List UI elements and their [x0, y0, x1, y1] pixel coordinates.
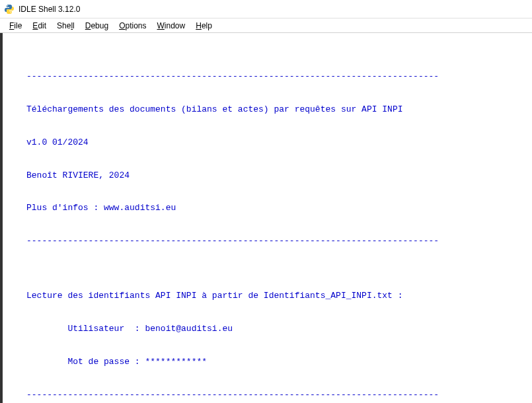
output-line: ----------------------------------------… — [26, 236, 524, 247]
left-gutter — [0, 33, 3, 403]
output-line: Mot de passe : ************ — [26, 357, 524, 368]
output-line: Lecture des identifiants API INPI à part… — [26, 291, 524, 302]
output-line: Plus d'infos : www.auditsi.eu — [26, 203, 524, 214]
titlebar: IDLE Shell 3.12.0 — [0, 0, 532, 18]
output-line: Benoît RIVIERE, 2024 — [26, 170, 524, 182]
menu-file[interactable]: File — [4, 20, 27, 32]
menu-debug[interactable]: Debug — [80, 20, 114, 32]
output-line: Téléchargements des documents (bilans et… — [26, 104, 524, 116]
menu-edit[interactable]: Edit — [27, 20, 52, 32]
output-line: ----------------------------------------… — [26, 71, 524, 83]
menubar: File Edit Shell Debug Options Window Hel… — [0, 18, 532, 33]
menu-window[interactable]: Window — [152, 20, 191, 32]
shell-output[interactable]: ----------------------------------------… — [0, 33, 532, 403]
menu-shell[interactable]: Shell — [52, 20, 80, 32]
svg-point-0 — [7, 5, 9, 7]
python-icon — [4, 4, 15, 15]
output-line: Utilisateur : benoit@auditsi.eu — [26, 324, 524, 335]
menu-options[interactable]: Options — [114, 20, 151, 32]
output-line: ----------------------------------------… — [26, 390, 524, 401]
window-title: IDLE Shell 3.12.0 — [19, 5, 80, 14]
svg-point-1 — [11, 12, 12, 13]
output-line: v1.0 01/2024 — [26, 137, 524, 149]
menu-help[interactable]: Help — [190, 20, 217, 32]
